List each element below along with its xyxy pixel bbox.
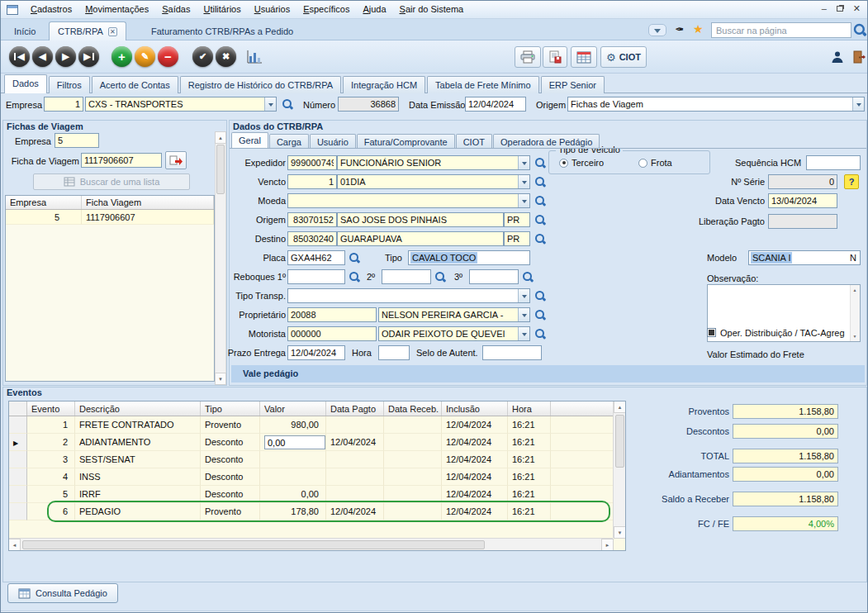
fichas-panel-scrollbar[interactable]: ▲ ▼ [215, 131, 226, 385]
liberacao-input[interactable] [768, 214, 837, 229]
origem-lookup-icon[interactable] [534, 214, 546, 226]
delete-button[interactable]: − [158, 46, 178, 67]
edit-button[interactable]: ✎ [135, 46, 155, 67]
restore-button[interactable] [837, 3, 843, 13]
proprietario-lookup-icon[interactable] [534, 309, 546, 321]
table-row-1[interactable]: 1 FRETE CONTRATADO Provento 980,00 12/04… [9, 416, 613, 434]
tab-tabela-frete-minimo[interactable]: Tabela de Frete Mínimo [427, 76, 539, 93]
minimize-button[interactable]: – [822, 3, 827, 13]
tab-registro-historico[interactable]: Registro de Histórico do CTRB/RPA [180, 76, 341, 93]
tab-ciot[interactable]: CIOT [456, 134, 492, 148]
tipo-transp-lookup-icon[interactable] [534, 290, 546, 302]
placa-lookup-icon[interactable] [349, 252, 360, 264]
menu-ajuda[interactable]: Ajuda [356, 1, 392, 18]
tab-dados[interactable]: Dados [4, 74, 47, 93]
scroll-thumb[interactable] [22, 540, 485, 549]
proprietario-combo[interactable]: NELSON PEREIRA GARCIA - [378, 307, 530, 322]
col-hora[interactable]: Hora [508, 402, 551, 416]
tab-close-icon[interactable]: ✕ [108, 27, 117, 36]
scroll-down-icon[interactable]: ▼ [850, 331, 860, 341]
proprietario-code-input[interactable] [287, 307, 377, 322]
enviar-ficha-button[interactable] [165, 151, 187, 169]
favorite-star-icon[interactable]: ★ [693, 22, 704, 36]
origem-doc-combo[interactable]: Fichas de Viagem [567, 97, 865, 112]
numero-input[interactable] [338, 97, 399, 112]
tab-faturamento[interactable]: Faturamento CTRB/RPAs a Pedido [143, 21, 301, 40]
origem-code-input[interactable] [287, 212, 337, 227]
oper-distribuicao-checkbox[interactable] [707, 328, 716, 337]
chevron-down-icon[interactable] [518, 327, 529, 340]
col-data-pagto[interactable]: Data Pagto [326, 402, 384, 416]
expedidor-combo[interactable]: FUNCIONÁRIO SENIOR [337, 155, 530, 170]
col-empresa[interactable]: Empresa [6, 196, 82, 209]
empresa-combo[interactable]: CXS - TRANSPORTES [85, 97, 277, 112]
vencto-code-input[interactable] [287, 174, 337, 189]
empresa-lookup-icon[interactable] [282, 98, 293, 110]
search-icon[interactable] [853, 23, 867, 37]
scroll-up-icon[interactable]: ▲ [850, 285, 860, 295]
table-row-4[interactable]: 4 INSS Desconto 12/04/2024 16:21 [9, 468, 613, 486]
tab-acerto-de-contas[interactable]: Acerto de Contas [92, 76, 178, 93]
origem-cidade-input[interactable] [337, 212, 504, 227]
scroll-left-icon[interactable]: ◄ [8, 539, 21, 551]
ficha-viagem-input[interactable] [81, 153, 162, 168]
scroll-thumb[interactable] [216, 145, 225, 194]
vale-pedagio-banner[interactable]: Vale pedágio [231, 365, 865, 383]
hora-input[interactable] [378, 345, 410, 360]
destino-lookup-icon[interactable] [534, 233, 546, 245]
motorista-combo[interactable]: ODAIR PEIXOTO DE QUEVEI [378, 326, 530, 341]
export-button[interactable] [543, 46, 567, 68]
exit-door-icon[interactable] [848, 48, 868, 66]
radio-frota[interactable]: Frota [638, 158, 672, 168]
table-row-5[interactable]: 5 IRRF Desconto 0,00 12/04/2024 16:21 [9, 486, 613, 503]
destino-cidade-input[interactable] [337, 231, 504, 246]
reboque1-lookup-icon[interactable] [349, 271, 360, 283]
chevron-down-icon[interactable] [518, 194, 529, 207]
menu-sair[interactable]: Sair do Sistema [393, 1, 471, 18]
scroll-down-icon[interactable]: ▼ [215, 373, 226, 385]
prazo-input[interactable] [287, 345, 345, 360]
origem-uf-combo[interactable]: PR [504, 212, 530, 227]
close-button[interactable]: ✕ [853, 3, 861, 13]
tab-erp-senior[interactable]: ERP Senior [541, 76, 605, 93]
destino-code-input[interactable] [287, 231, 337, 246]
chevron-down-icon[interactable] [518, 308, 529, 321]
add-button[interactable]: + [111, 46, 132, 67]
destino-uf-combo[interactable]: PR [504, 231, 530, 246]
tab-list-dropdown-icon[interactable] [648, 24, 666, 36]
chevron-down-icon[interactable] [518, 175, 529, 188]
serie-input[interactable] [768, 174, 837, 189]
col-valor[interactable]: Valor [260, 402, 326, 416]
tab-operadora-pedagio[interactable]: Operadora de Pedágio [493, 134, 600, 148]
menu-movimentacoes[interactable]: Movimentações [78, 1, 155, 18]
col-data-receb[interactable]: Data Receb. [384, 402, 442, 416]
consulta-pedagio-button[interactable]: Consulta Pedágio [7, 583, 118, 603]
scroll-thumb[interactable] [615, 415, 624, 468]
tipo-transp-combo[interactable] [287, 288, 530, 303]
valor-edit-input[interactable] [264, 435, 325, 449]
buscar-lista-button[interactable]: Buscar de uma lista [33, 173, 190, 190]
menu-cadastros[interactable]: Cadastros [24, 1, 78, 18]
user-icon[interactable] [827, 48, 848, 66]
moeda-combo[interactable] [287, 193, 530, 208]
tab-ctrb-rpa[interactable]: CTRB/RPA ✕ [49, 21, 126, 40]
data-vencto-input[interactable] [768, 193, 837, 208]
menu-usuarios[interactable]: Usuários [248, 1, 296, 18]
sequencia-hcm-input[interactable] [806, 155, 861, 170]
col-tipo[interactable]: Tipo [201, 402, 260, 416]
tab-integracao-hcm[interactable]: Integração HCM [343, 76, 425, 93]
search-input[interactable] [711, 22, 851, 38]
chevron-down-icon[interactable] [518, 289, 529, 302]
vencto-combo[interactable]: 01DIA [337, 174, 530, 189]
tab-geral[interactable]: Geral [231, 132, 268, 148]
menu-especificos[interactable]: Específicos [296, 1, 356, 18]
ciot-button[interactable]: ⚙ CIOT [600, 46, 647, 68]
empresa-code-input[interactable] [44, 97, 83, 112]
cancel-button[interactable]: ✖ [216, 46, 236, 67]
reboque1-input[interactable] [287, 269, 345, 284]
grid-horizontal-scrollbar[interactable]: ◄ ► [9, 538, 613, 550]
tab-carga[interactable]: Carga [269, 134, 309, 148]
confirm-button[interactable]: ✔ [192, 46, 213, 67]
table-row-3[interactable]: 3 SEST/SENAT Desconto 12/04/2024 16:21 [9, 451, 613, 468]
table-row-6[interactable]: 6 PEDAGIO Provento 178,80 12/04/2024 12/… [9, 503, 613, 520]
